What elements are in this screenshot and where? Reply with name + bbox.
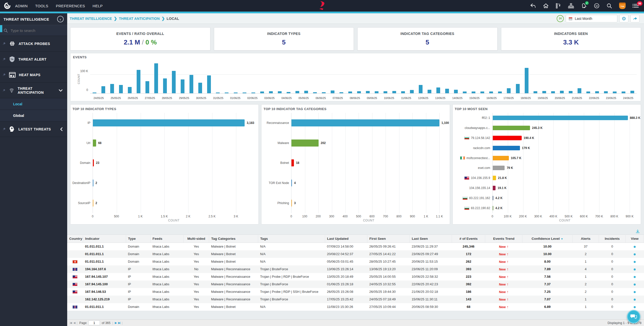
table-row[interactable]: 167.94.145.100IPIthaca LabsYesMalware | … — [67, 281, 644, 288]
column-header-confidence-level[interactable]: Confidence Level▼ — [522, 235, 573, 243]
first-page-button[interactable]: |◀ — [70, 321, 71, 324]
h-bar[interactable] — [291, 200, 292, 207]
app-logo[interactable] — [4, 2, 11, 10]
h-bar[interactable] — [93, 159, 94, 166]
column-header-indicator[interactable]: Indicator — [83, 235, 126, 243]
column-header-type[interactable]: Type — [126, 235, 150, 243]
column-header-alerts[interactable]: Alerts — [573, 235, 599, 243]
events-bar[interactable] — [419, 85, 423, 94]
view-eye-icon[interactable] — [634, 246, 636, 248]
sidebar-item-threat-alert[interactable]: TA THREAT ALERT — [0, 52, 67, 67]
view-eye-icon[interactable] — [634, 284, 636, 286]
share-button[interactable] — [630, 15, 639, 22]
table-row[interactable]: 01.011.011.1DomainIthaca LabsYesMalware … — [67, 258, 644, 265]
table-row[interactable]: 01.011.011.1DomainIthaca LabsYesMalware … — [67, 303, 644, 311]
column-header-first-seen[interactable]: First Seen — [367, 235, 409, 243]
sidebar-search-input[interactable] — [10, 28, 55, 33]
column-header-events-trend[interactable]: Events Trend — [485, 235, 522, 243]
view-eye-icon[interactable] — [634, 276, 636, 278]
h-bar[interactable] — [493, 146, 520, 150]
sidebar-item-heat-maps[interactable]: HEAT MAPS — [0, 67, 67, 83]
h-bar[interactable] — [93, 119, 245, 126]
breadcrumb-threat-anticipation[interactable]: THREAT ANTICIPATION — [119, 17, 160, 21]
view-eye-icon[interactable] — [634, 253, 636, 255]
chat-button[interactable] — [627, 310, 640, 323]
notification-bell-icon[interactable]: ✓ — [581, 3, 587, 9]
status-face-icon[interactable] — [594, 3, 600, 9]
prev-page-button[interactable]: ◀ — [73, 321, 75, 324]
table-row[interactable]: 194.164.107.6IPIthaca LabsNoMalware | Re… — [67, 265, 644, 273]
h-bar[interactable] — [291, 139, 319, 147]
events-bar[interactable] — [198, 83, 202, 94]
h-bar[interactable] — [93, 200, 93, 207]
events-bar[interactable] — [525, 68, 528, 94]
h-bar[interactable] — [493, 166, 505, 170]
table-row[interactable]: 01.011.011.1DomainIthaca LabsYesMalware … — [67, 243, 644, 250]
view-eye-icon[interactable] — [634, 306, 636, 308]
events-bar[interactable] — [172, 71, 176, 94]
dashboard-settings-button[interactable]: ⚙ — [619, 15, 628, 22]
events-bar[interactable] — [207, 75, 211, 94]
sidebar-item-threat-anticipation[interactable]: THREAT ANTICIPATION — [0, 83, 67, 98]
h-bar[interactable] — [493, 206, 494, 210]
view-eye-icon[interactable] — [634, 291, 636, 293]
undo-icon[interactable] — [530, 3, 536, 8]
column-header-country[interactable]: Country — [67, 235, 83, 243]
events-bar[interactable] — [181, 79, 184, 94]
last-page-button[interactable]: ▶| — [118, 321, 120, 324]
sidebar-subitem-global[interactable]: Global — [0, 110, 67, 121]
events-bar[interactable] — [454, 90, 458, 94]
notifications-menu-icon[interactable]: 99 — [632, 3, 639, 8]
events-bar[interactable] — [410, 90, 414, 94]
events-bar[interactable] — [110, 84, 114, 94]
sidebar-subitem-local[interactable]: Local — [0, 98, 67, 110]
h-bar[interactable] — [93, 179, 93, 187]
events-bar[interactable] — [119, 85, 123, 94]
h-bar[interactable] — [493, 156, 509, 160]
column-header-feeds[interactable]: Feeds — [150, 235, 184, 243]
breadcrumb-threat-intelligence[interactable]: THREAT INTELLIGENCE — [70, 17, 112, 21]
events-bar[interactable] — [428, 90, 431, 94]
sidebar-collapse-button[interactable]: ‹ — [57, 16, 64, 22]
table-row[interactable]: 167.94.146.53IPIthaca LabsYesMalware | R… — [67, 288, 644, 296]
h-bar[interactable] — [291, 119, 439, 126]
events-bar[interactable] — [101, 86, 105, 94]
h-bar[interactable] — [493, 136, 522, 140]
case-playbook-icon[interactable] — [556, 3, 561, 9]
next-page-button[interactable]: ▶ — [115, 321, 116, 324]
events-bar[interactable] — [445, 89, 449, 94]
events-bar[interactable] — [436, 87, 440, 94]
column-header-last-updated[interactable]: Last Updated — [325, 235, 367, 243]
column-header-incidents[interactable]: Incidents — [599, 235, 625, 243]
events-bar[interactable] — [516, 84, 520, 94]
column-header-multi-sided[interactable]: Multi-sided — [183, 235, 209, 243]
events-bar[interactable] — [137, 70, 140, 94]
sidebar-item-attack-probes[interactable]: ATTACK PROBES — [0, 36, 67, 52]
menu-help[interactable]: HELP — [93, 4, 103, 8]
events-bar[interactable] — [578, 88, 581, 94]
events-bar[interactable] — [163, 78, 167, 94]
h-bar[interactable] — [493, 176, 496, 180]
column-header-tag-categories[interactable]: Tag Categories — [209, 235, 258, 243]
h-bar[interactable] — [493, 126, 530, 130]
column-header-tags[interactable]: Tags — [258, 235, 325, 243]
table-row[interactable]: 167.94.145.107IPIthaca LabsYesMalware | … — [67, 273, 644, 281]
h-bar[interactable] — [493, 196, 494, 200]
h-bar[interactable] — [493, 186, 496, 190]
table-row[interactable]: 01.011.011.1DomainIthaca LabsYesMalware … — [67, 250, 644, 258]
home-icon[interactable] — [543, 3, 549, 9]
period-selector[interactable]: Last Month — [566, 15, 617, 22]
h-bar[interactable] — [493, 116, 628, 120]
auto-refresh-icon[interactable]: 24 — [557, 15, 564, 22]
events-bar[interactable] — [128, 87, 132, 94]
h-bar[interactable] — [291, 179, 292, 187]
column-header-view[interactable]: View — [625, 235, 644, 243]
events-bar[interactable] — [145, 81, 149, 94]
column-header--of-events[interactable]: # of Events — [452, 235, 485, 243]
events-bar[interactable] — [154, 63, 158, 94]
network-sitemap-icon[interactable] — [568, 3, 574, 9]
events-bar[interactable] — [190, 75, 193, 94]
column-header-last-seen[interactable]: Last Seen — [410, 235, 452, 243]
threat-shield-icon[interactable]: T3A — [619, 3, 626, 9]
download-icon[interactable] — [635, 229, 640, 234]
